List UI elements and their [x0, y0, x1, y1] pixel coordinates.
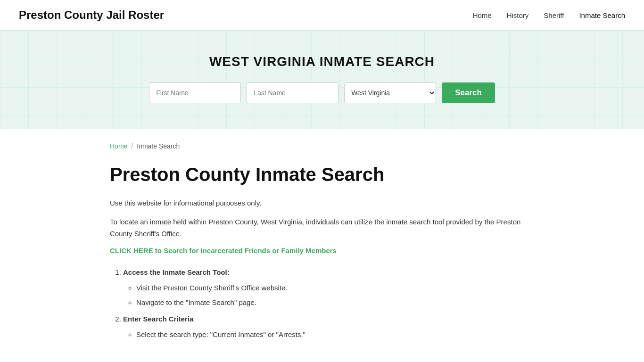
search-banner: WEST VIRGINIA INMATE SEARCH West Virgini… — [0, 31, 644, 129]
nav-sheriff[interactable]: Sheriff — [544, 11, 564, 19]
main-content: Home / Inmate Search Preston County Inma… — [91, 129, 553, 362]
step-1-sub-1: Visit the Preston County Sheriff's Offic… — [136, 281, 534, 294]
site-title: Preston County Jail Roster — [19, 8, 164, 22]
intro-para-1: Use this website for informational purpo… — [110, 197, 534, 209]
breadcrumb-current: Inmate Search — [137, 142, 180, 150]
step-1: Access the Inmate Search Tool: Visit the… — [123, 266, 534, 309]
step-2-sub-1: Select the search type: "Current Inmates… — [136, 328, 534, 341]
banner-title: WEST VIRGINIA INMATE SEARCH — [9, 54, 635, 69]
step-1-sub-2: Navigate to the "Inmate Search" page. — [136, 296, 534, 309]
nav-history[interactable]: History — [507, 11, 529, 19]
breadcrumb-home[interactable]: Home — [110, 142, 127, 150]
step-1-label: Access the Inmate Search Tool: — [123, 268, 230, 276]
step-2-sub-list: Select the search type: "Current Inmates… — [123, 328, 534, 341]
search-form: West Virginia Alabama Alaska Arizona Ark… — [9, 82, 635, 103]
steps-list: Access the Inmate Search Tool: Visit the… — [110, 266, 534, 341]
main-nav: Home History Sheriff Inmate Search — [473, 11, 625, 19]
breadcrumb: Home / Inmate Search — [110, 142, 534, 150]
cta-link[interactable]: CLICK HERE to Search for Incarcerated Fr… — [110, 247, 337, 255]
breadcrumb-separator: / — [131, 142, 133, 150]
search-button[interactable]: Search — [442, 82, 495, 103]
first-name-input[interactable] — [149, 82, 241, 103]
step-1-sub-list: Visit the Preston County Sheriff's Offic… — [123, 281, 534, 309]
step-2-label: Enter Search Criteria — [123, 315, 193, 323]
step-2: Enter Search Criteria Select the search … — [123, 313, 534, 341]
nav-inmate-search[interactable]: Inmate Search — [579, 11, 625, 19]
last-name-input[interactable] — [247, 82, 339, 103]
page-heading: Preston County Inmate Search — [110, 163, 534, 186]
intro-para-2: To locate an inmate held within Preston … — [110, 216, 534, 240]
state-select[interactable]: West Virginia Alabama Alaska Arizona Ark… — [344, 82, 436, 103]
site-header: Preston County Jail Roster Home History … — [0, 0, 644, 31]
nav-home[interactable]: Home — [473, 11, 492, 19]
